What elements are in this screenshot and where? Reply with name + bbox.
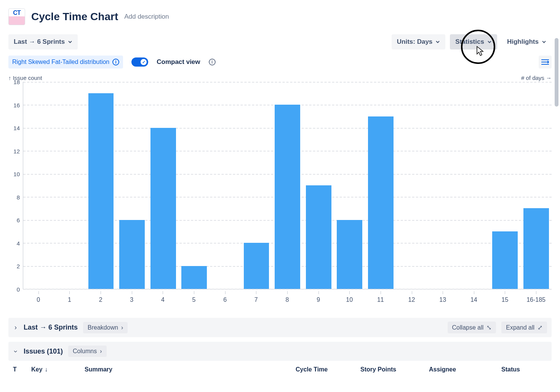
x-tick: 10 (334, 291, 365, 310)
units-label: Units: Days (397, 38, 433, 46)
panel-toggle-button[interactable] (539, 56, 552, 69)
x-tick: 15 (490, 291, 521, 310)
highlights-label: Highlights (507, 38, 539, 46)
expand-icon: ⤢ (538, 324, 542, 331)
sprints-title: Last → 6 Sprints (24, 323, 78, 331)
cycle-time-chart: 024681012141618 012345678910111213141516… (8, 82, 552, 310)
issues-table-header: T Key ↓ Summary Cycle Time Story Points … (8, 361, 552, 378)
x-tick: 16-185 (520, 291, 552, 310)
collapse-icon: ⤡ (486, 324, 491, 331)
units-dropdown[interactable]: Units: Days (392, 34, 446, 49)
statistics-label: Statistics (455, 38, 484, 46)
issues-section-header: › Issues (101) Columns › (8, 342, 552, 361)
chart-plot-area[interactable] (23, 82, 552, 289)
compact-view-label: Compact view (157, 58, 200, 66)
column-header-type[interactable]: T (13, 366, 31, 373)
distribution-badge[interactable]: Right Skewed Fat-Tailed distribution i (8, 56, 123, 69)
chevron-down-icon (487, 40, 492, 44)
controls-row: Right Skewed Fat-Tailed distribution i C… (8, 56, 552, 69)
columns-button[interactable]: Columns › (68, 346, 106, 357)
x-tick: 14 (458, 291, 490, 310)
info-icon: i (112, 59, 119, 65)
chevron-right-icon[interactable]: › (13, 323, 18, 331)
x-tick: 7 (240, 291, 272, 310)
y-tick: 14 (13, 125, 20, 131)
scroll-thumb[interactable] (555, 38, 558, 107)
toolbar: Last → 6 Sprints Units: Days Statistics … (8, 34, 552, 49)
y-tick: 16 (13, 102, 20, 108)
y-tick: 2 (17, 263, 20, 269)
chart-bar[interactable] (306, 185, 331, 289)
range-label: Last → 6 Sprints (14, 38, 65, 46)
chart-bar[interactable] (337, 220, 362, 289)
x-tick: 6 (210, 291, 241, 310)
y-tick: 6 (17, 217, 20, 223)
sort-desc-icon: ↓ (45, 366, 48, 373)
chart-bar[interactable] (275, 105, 300, 289)
y-tick: 8 (17, 194, 20, 200)
x-tick: 9 (303, 291, 334, 310)
x-tick: 3 (116, 291, 147, 310)
chart-bar[interactable] (181, 266, 207, 289)
range-dropdown[interactable]: Last → 6 Sprints (8, 34, 78, 49)
chart-bar[interactable] (492, 231, 518, 289)
y-tick: 4 (17, 240, 20, 246)
page-title: Cycle Time Chart (31, 11, 118, 23)
header: CT Cycle Time Chart Add description (8, 8, 552, 25)
highlights-dropdown[interactable]: Highlights (502, 34, 552, 49)
chart-bar[interactable] (88, 93, 114, 289)
app-icon: CT (8, 8, 25, 25)
x-tick: 4 (147, 291, 179, 310)
chevron-right-icon: › (100, 348, 102, 355)
axes-labels: ↑ Issue count # of days → (8, 75, 552, 81)
page-scrollbar[interactable] (554, 0, 559, 392)
add-description-link[interactable]: Add description (124, 13, 169, 21)
chevron-down-icon[interactable]: › (12, 349, 20, 354)
x-tick: 11 (365, 291, 396, 310)
chevron-right-icon: › (121, 324, 123, 331)
x-tick: 5 (178, 291, 210, 310)
x-axis-label: # of days → (521, 75, 552, 81)
x-tick: 8 (272, 291, 303, 310)
x-tick: 0 (23, 291, 54, 310)
chevron-down-icon (435, 40, 440, 44)
info-icon[interactable]: i (209, 59, 216, 65)
compact-view-toggle[interactable] (131, 57, 148, 67)
column-header-summary[interactable]: Summary (85, 366, 296, 373)
statistics-dropdown[interactable]: Statistics (450, 34, 497, 49)
x-tick: 12 (396, 291, 427, 310)
sprints-section-header: › Last → 6 Sprints Breakdown › Collapse … (8, 318, 552, 337)
column-header-key[interactable]: Key ↓ (31, 366, 85, 373)
x-tick: 13 (427, 291, 458, 310)
chevron-down-icon (68, 40, 72, 44)
chevron-down-icon (542, 40, 546, 44)
column-header-status[interactable]: Status (501, 366, 547, 373)
y-tick: 10 (13, 171, 20, 177)
y-tick: 18 (13, 79, 20, 85)
chart-bar[interactable] (523, 208, 549, 289)
x-tick: 2 (85, 291, 116, 310)
collapse-all-button[interactable]: Collapse all ⤡ (448, 322, 496, 333)
breakdown-button[interactable]: Breakdown › (83, 322, 128, 333)
chart-bar[interactable] (244, 243, 269, 289)
chart-bar[interactable] (119, 220, 145, 289)
issues-title: Issues (101) (24, 347, 63, 355)
column-header-assignee[interactable]: Assignee (429, 366, 501, 373)
column-header-cycle-time[interactable]: Cycle Time (296, 366, 360, 373)
x-tick: 1 (54, 291, 85, 310)
chart-bar[interactable] (150, 128, 176, 289)
column-header-story-points[interactable]: Story Points (360, 366, 429, 373)
chart-bar[interactable] (368, 116, 394, 289)
y-tick: 12 (13, 148, 20, 154)
expand-all-button[interactable]: Expand all ⤢ (501, 322, 547, 333)
y-tick: 0 (17, 286, 20, 293)
